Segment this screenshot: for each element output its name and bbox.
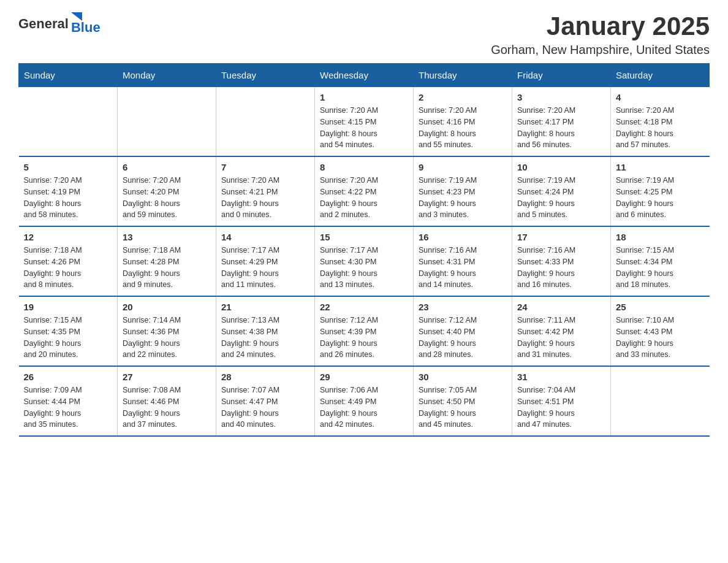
day-info: Sunrise: 7:06 AMSunset: 4:49 PMDaylight:… xyxy=(320,385,408,431)
day-info: Sunrise: 7:19 AMSunset: 4:24 PMDaylight:… xyxy=(517,175,605,221)
day-number: 11 xyxy=(616,162,705,172)
day-number: 17 xyxy=(517,232,605,242)
logo-general: General xyxy=(18,16,69,32)
day-number: 23 xyxy=(419,302,507,312)
weekday-header-sunday: Sunday xyxy=(19,64,118,87)
calendar-day-28: 28Sunrise: 7:07 AMSunset: 4:47 PMDayligh… xyxy=(216,366,315,436)
calendar-week-row: 12Sunrise: 7:18 AMSunset: 4:26 PMDayligh… xyxy=(19,226,710,296)
day-info: Sunrise: 7:16 AMSunset: 4:31 PMDaylight:… xyxy=(419,245,507,291)
calendar-day-6: 6Sunrise: 7:20 AMSunset: 4:20 PMDaylight… xyxy=(118,156,216,226)
calendar-day-2: 2Sunrise: 7:20 AMSunset: 4:16 PMDaylight… xyxy=(414,87,512,157)
day-number: 7 xyxy=(221,162,309,172)
weekday-header-thursday: Thursday xyxy=(414,64,512,87)
day-info: Sunrise: 7:10 AMSunset: 4:43 PMDaylight:… xyxy=(616,315,705,361)
day-info: Sunrise: 7:11 AMSunset: 4:42 PMDaylight:… xyxy=(517,315,605,361)
calendar-day-12: 12Sunrise: 7:18 AMSunset: 4:26 PMDayligh… xyxy=(19,226,118,296)
day-number: 22 xyxy=(320,302,408,312)
day-number: 12 xyxy=(24,232,113,242)
day-info: Sunrise: 7:08 AMSunset: 4:46 PMDaylight:… xyxy=(123,385,211,431)
weekday-header-wednesday: Wednesday xyxy=(315,64,414,87)
day-info: Sunrise: 7:15 AMSunset: 4:34 PMDaylight:… xyxy=(616,245,705,291)
calendar-week-row: 26Sunrise: 7:09 AMSunset: 4:44 PMDayligh… xyxy=(19,366,710,436)
calendar-day-23: 23Sunrise: 7:12 AMSunset: 4:40 PMDayligh… xyxy=(414,296,512,366)
calendar-day-3: 3Sunrise: 7:20 AMSunset: 4:17 PMDaylight… xyxy=(512,87,611,157)
day-info: Sunrise: 7:20 AMSunset: 4:16 PMDaylight:… xyxy=(419,105,507,151)
day-info: Sunrise: 7:14 AMSunset: 4:36 PMDaylight:… xyxy=(123,315,211,361)
day-info: Sunrise: 7:16 AMSunset: 4:33 PMDaylight:… xyxy=(517,245,605,291)
calendar-day-10: 10Sunrise: 7:19 AMSunset: 4:24 PMDayligh… xyxy=(512,156,611,226)
day-info: Sunrise: 7:19 AMSunset: 4:23 PMDaylight:… xyxy=(419,175,507,221)
day-info: Sunrise: 7:20 AMSunset: 4:22 PMDaylight:… xyxy=(320,175,408,221)
calendar-week-row: 1Sunrise: 7:20 AMSunset: 4:15 PMDaylight… xyxy=(19,87,710,157)
calendar-week-row: 5Sunrise: 7:20 AMSunset: 4:19 PMDaylight… xyxy=(19,156,710,226)
day-number: 1 xyxy=(320,92,408,102)
day-info: Sunrise: 7:07 AMSunset: 4:47 PMDaylight:… xyxy=(221,385,309,431)
day-info: Sunrise: 7:04 AMSunset: 4:51 PMDaylight:… xyxy=(517,385,605,431)
day-info: Sunrise: 7:20 AMSunset: 4:20 PMDaylight:… xyxy=(123,175,211,221)
day-info: Sunrise: 7:17 AMSunset: 4:29 PMDaylight:… xyxy=(221,245,309,291)
calendar-day-18: 18Sunrise: 7:15 AMSunset: 4:34 PMDayligh… xyxy=(611,226,710,296)
day-info: Sunrise: 7:12 AMSunset: 4:39 PMDaylight:… xyxy=(320,315,408,361)
calendar-empty-cell xyxy=(118,87,216,157)
day-number: 3 xyxy=(517,92,605,102)
calendar-empty-cell xyxy=(611,366,710,436)
day-number: 16 xyxy=(419,232,507,242)
calendar-day-15: 15Sunrise: 7:17 AMSunset: 4:30 PMDayligh… xyxy=(315,226,414,296)
calendar-day-13: 13Sunrise: 7:18 AMSunset: 4:28 PMDayligh… xyxy=(118,226,216,296)
day-number: 18 xyxy=(616,232,705,242)
calendar-day-1: 1Sunrise: 7:20 AMSunset: 4:15 PMDaylight… xyxy=(315,87,414,157)
day-number: 25 xyxy=(616,302,705,312)
day-info: Sunrise: 7:09 AMSunset: 4:44 PMDaylight:… xyxy=(24,385,113,431)
page-subtitle: Gorham, New Hampshire, United States xyxy=(491,43,710,57)
day-number: 4 xyxy=(616,92,705,102)
calendar-day-11: 11Sunrise: 7:19 AMSunset: 4:25 PMDayligh… xyxy=(611,156,710,226)
day-info: Sunrise: 7:19 AMSunset: 4:25 PMDaylight:… xyxy=(616,175,705,221)
day-number: 6 xyxy=(123,162,211,172)
weekday-header-friday: Friday xyxy=(512,64,611,87)
day-number: 19 xyxy=(24,302,113,312)
logo: General Blue xyxy=(18,12,100,36)
day-info: Sunrise: 7:20 AMSunset: 4:21 PMDaylight:… xyxy=(221,175,309,221)
day-number: 8 xyxy=(320,162,408,172)
day-number: 29 xyxy=(320,372,408,382)
calendar-day-31: 31Sunrise: 7:04 AMSunset: 4:51 PMDayligh… xyxy=(512,366,611,436)
calendar-day-7: 7Sunrise: 7:20 AMSunset: 4:21 PMDaylight… xyxy=(216,156,315,226)
day-number: 10 xyxy=(517,162,605,172)
day-number: 31 xyxy=(517,372,605,382)
day-number: 24 xyxy=(517,302,605,312)
calendar-day-14: 14Sunrise: 7:17 AMSunset: 4:29 PMDayligh… xyxy=(216,226,315,296)
day-info: Sunrise: 7:13 AMSunset: 4:38 PMDaylight:… xyxy=(221,315,309,361)
calendar-day-8: 8Sunrise: 7:20 AMSunset: 4:22 PMDaylight… xyxy=(315,156,414,226)
day-number: 27 xyxy=(123,372,211,382)
calendar-empty-cell xyxy=(216,87,315,157)
day-info: Sunrise: 7:18 AMSunset: 4:26 PMDaylight:… xyxy=(24,245,113,291)
weekday-header-monday: Monday xyxy=(118,64,216,87)
calendar-table: SundayMondayTuesdayWednesdayThursdayFrid… xyxy=(18,63,710,437)
calendar-day-5: 5Sunrise: 7:20 AMSunset: 4:19 PMDaylight… xyxy=(19,156,118,226)
calendar-day-24: 24Sunrise: 7:11 AMSunset: 4:42 PMDayligh… xyxy=(512,296,611,366)
calendar-day-30: 30Sunrise: 7:05 AMSunset: 4:50 PMDayligh… xyxy=(414,366,512,436)
page-title: January 2025 xyxy=(491,12,710,40)
calendar-day-16: 16Sunrise: 7:16 AMSunset: 4:31 PMDayligh… xyxy=(414,226,512,296)
calendar-day-25: 25Sunrise: 7:10 AMSunset: 4:43 PMDayligh… xyxy=(611,296,710,366)
day-number: 30 xyxy=(419,372,507,382)
day-info: Sunrise: 7:20 AMSunset: 4:17 PMDaylight:… xyxy=(517,105,605,151)
day-info: Sunrise: 7:05 AMSunset: 4:50 PMDaylight:… xyxy=(419,385,507,431)
day-number: 5 xyxy=(24,162,113,172)
day-number: 14 xyxy=(221,232,309,242)
calendar-day-9: 9Sunrise: 7:19 AMSunset: 4:23 PMDaylight… xyxy=(414,156,512,226)
calendar-day-19: 19Sunrise: 7:15 AMSunset: 4:35 PMDayligh… xyxy=(19,296,118,366)
weekday-header-tuesday: Tuesday xyxy=(216,64,315,87)
title-block: January 2025 Gorham, New Hampshire, Unit… xyxy=(491,12,710,57)
calendar-day-4: 4Sunrise: 7:20 AMSunset: 4:18 PMDaylight… xyxy=(611,87,710,157)
day-info: Sunrise: 7:15 AMSunset: 4:35 PMDaylight:… xyxy=(24,315,113,361)
calendar-day-21: 21Sunrise: 7:13 AMSunset: 4:38 PMDayligh… xyxy=(216,296,315,366)
day-info: Sunrise: 7:18 AMSunset: 4:28 PMDaylight:… xyxy=(123,245,211,291)
calendar-day-20: 20Sunrise: 7:14 AMSunset: 4:36 PMDayligh… xyxy=(118,296,216,366)
day-info: Sunrise: 7:12 AMSunset: 4:40 PMDaylight:… xyxy=(419,315,507,361)
calendar-day-27: 27Sunrise: 7:08 AMSunset: 4:46 PMDayligh… xyxy=(118,366,216,436)
day-number: 15 xyxy=(320,232,408,242)
day-info: Sunrise: 7:17 AMSunset: 4:30 PMDaylight:… xyxy=(320,245,408,291)
weekday-header-saturday: Saturday xyxy=(611,64,710,87)
day-number: 26 xyxy=(24,372,113,382)
